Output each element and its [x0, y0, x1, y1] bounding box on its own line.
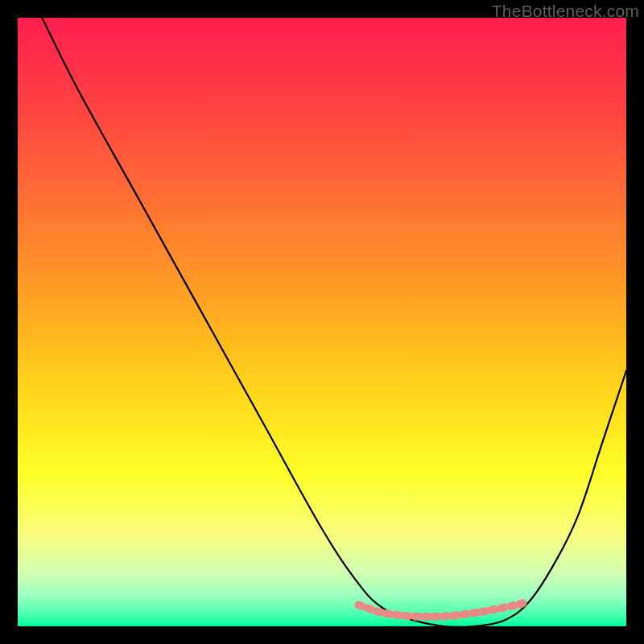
watermark-text: TheBottleneck.com: [492, 2, 639, 21]
plot-area: [18, 18, 626, 626]
flat-marker: [358, 603, 522, 617]
chart-svg: [18, 18, 626, 626]
main-curve: [42, 18, 626, 626]
outer-frame: [18, 18, 626, 626]
